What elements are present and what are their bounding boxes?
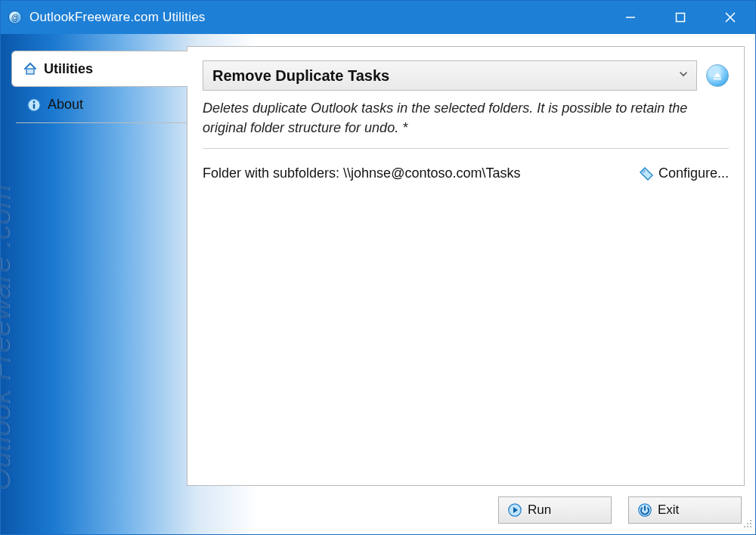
svg-rect-1 [677,14,685,22]
sidebar: Utilities About Outlook Freeware .com [11,46,187,486]
utility-description: Deletes duplicate Outlook tasks in the s… [203,98,729,149]
minimize-icon [625,12,636,23]
minimize-button[interactable] [606,1,655,34]
content-panel: Remove Duplicate Tasks Deletes duplicate… [187,46,745,486]
svg-point-14 [750,523,751,524]
maximize-icon [675,12,686,23]
tab-utilities[interactable]: Utilities [11,51,187,87]
play-icon [508,503,522,517]
run-button[interactable]: Run [498,496,612,524]
app-icon: @ [8,11,22,24]
tag-icon [639,166,654,181]
configure-label: Configure... [658,165,729,181]
svg-point-17 [750,526,751,527]
exit-label: Exit [658,503,679,518]
chevron-down-icon [678,69,689,82]
tab-label: About [48,97,83,113]
eject-button[interactable] [706,64,729,87]
window-title: OutlookFreeware.com Utilities [29,10,206,25]
svg-point-9 [643,170,645,172]
svg-rect-8 [714,79,721,80]
tab-about[interactable]: About [16,87,187,123]
svg-point-15 [744,526,745,527]
home-icon [23,61,38,76]
titlebar[interactable]: @ OutlookFreeware.com Utilities [1,1,755,34]
close-icon [724,11,736,23]
tab-label: Utilities [44,61,93,77]
client-area: Utilities About Outlook Freeware .com Re… [1,34,755,534]
svg-rect-7 [33,104,35,109]
svg-point-6 [33,101,36,103]
folder-path: Folder with subfolders: \\johnse@contoso… [203,165,625,181]
svg-point-12 [750,520,751,521]
run-label: Run [528,503,551,518]
resize-grip[interactable] [742,518,752,531]
power-icon [638,503,652,517]
configure-link[interactable]: Configure... [639,165,729,181]
app-window: @ OutlookFreeware.com Utilities Ut [0,0,756,535]
utility-select[interactable]: Remove Duplicate Tasks [203,60,697,91]
window-controls [606,1,755,34]
eject-icon [712,70,723,81]
close-button[interactable] [705,1,755,34]
footer: Run Exit [11,486,745,525]
maximize-button[interactable] [655,1,705,34]
utility-title: Remove Duplicate Tasks [212,67,389,85]
svg-point-16 [747,526,748,527]
exit-button[interactable]: Exit [628,496,742,524]
svg-rect-4 [26,69,34,74]
info-icon [26,97,42,113]
brand-watermark: Outlook Freeware .com [0,184,16,490]
svg-point-13 [747,523,748,524]
